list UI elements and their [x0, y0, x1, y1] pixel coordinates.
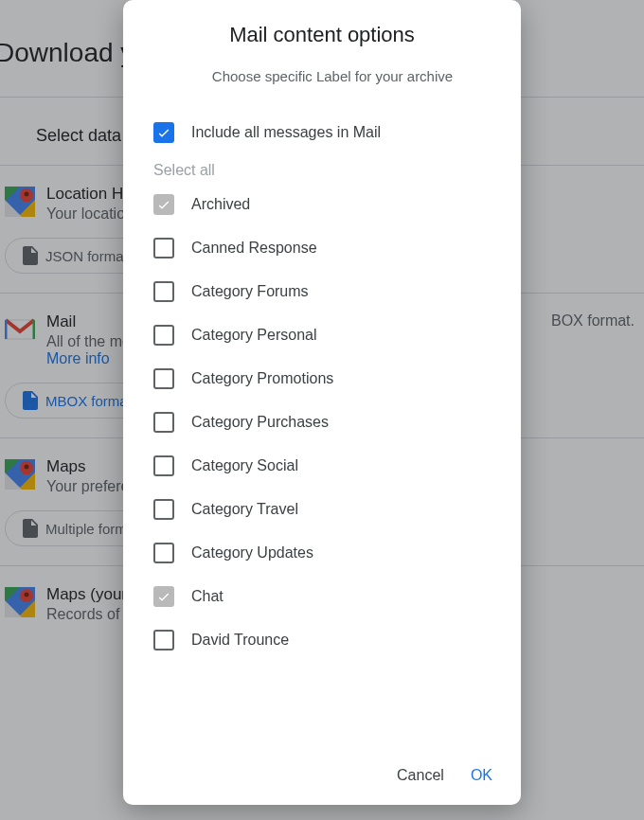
label-checkbox[interactable]: [153, 630, 174, 651]
label-row[interactable]: Category Updates: [153, 531, 511, 575]
label-text: Archived: [191, 196, 250, 213]
dialog-subtitle: Choose specific Label for your archive: [153, 64, 511, 88]
label-text: Category Promotions: [191, 370, 333, 387]
label-checkbox[interactable]: [153, 194, 174, 215]
label-checkbox[interactable]: [153, 325, 174, 346]
label-row[interactable]: Category Personal: [153, 313, 511, 357]
label-checkbox[interactable]: [153, 238, 174, 258]
label-row[interactable]: Category Social: [153, 444, 511, 488]
label-row[interactable]: Chat: [153, 575, 511, 618]
label-checkbox[interactable]: [153, 543, 174, 563]
include-all-label: Include all messages in Mail: [191, 124, 381, 141]
dialog-body[interactable]: Choose specific Label for your archive I…: [123, 64, 521, 750]
label-row[interactable]: David Trounce: [153, 618, 511, 662]
label-text: Category Travel: [191, 501, 298, 518]
checkmark-icon: [156, 125, 171, 140]
select-all-label[interactable]: Select all: [153, 154, 511, 183]
label-row[interactable]: Canned Response: [153, 226, 511, 270]
dialog-actions: Cancel OK: [123, 750, 521, 805]
checkmark-icon: [156, 589, 171, 604]
label-text: Category Purchases: [191, 414, 329, 431]
label-text: David Trounce: [191, 632, 289, 649]
label-checkbox[interactable]: [153, 368, 174, 389]
label-text: Category Personal: [191, 327, 317, 344]
label-row[interactable]: Category Forums: [153, 270, 511, 313]
cancel-button[interactable]: Cancel: [397, 767, 444, 784]
ok-button[interactable]: OK: [471, 767, 492, 784]
dialog-title: Mail content options: [123, 0, 521, 64]
label-checkbox[interactable]: [153, 412, 174, 433]
label-row[interactable]: Category Purchases: [153, 401, 511, 444]
label-text: Category Forums: [191, 283, 309, 300]
label-checkbox[interactable]: [153, 499, 174, 520]
label-checkbox[interactable]: [153, 281, 174, 302]
mail-content-options-dialog: Mail content options Choose specific Lab…: [123, 0, 521, 805]
label-checkbox[interactable]: [153, 586, 174, 607]
label-row[interactable]: Category Promotions: [153, 357, 511, 401]
label-row[interactable]: Archived: [153, 183, 511, 226]
checkmark-icon: [156, 197, 171, 212]
label-text: Canned Response: [191, 240, 317, 257]
label-checkbox[interactable]: [153, 455, 174, 476]
label-text: Chat: [191, 588, 224, 605]
include-all-row[interactable]: Include all messages in Mail: [153, 111, 511, 154]
label-text: Category Social: [191, 457, 298, 474]
label-text: Category Updates: [191, 544, 313, 562]
include-all-checkbox[interactable]: [153, 122, 174, 143]
label-row[interactable]: Category Travel: [153, 488, 511, 531]
